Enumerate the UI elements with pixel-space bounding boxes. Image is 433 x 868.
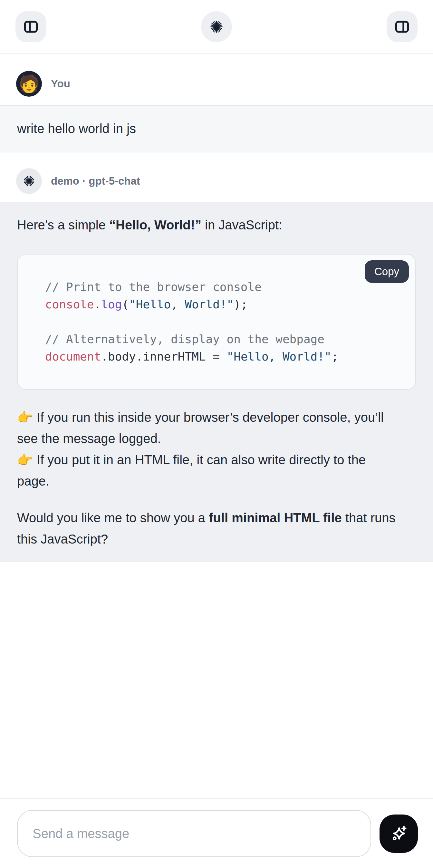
chat-scroll-area: 🧑 You write hello world in js demo · gpt…: [0, 54, 433, 562]
code-line: // Alternatively, display on the webpage: [45, 331, 409, 348]
sparkle-icon: [389, 823, 409, 844]
tip-line: 👉 If you run this inside your browser’s …: [17, 407, 416, 428]
user-sender-name: You: [51, 78, 70, 90]
code-line-blank: [45, 313, 409, 331]
code-line: console.log("Hello, World!");: [45, 296, 409, 313]
tip-line: page.: [17, 470, 416, 492]
assistant-paragraph-intro: Here’s a simple “Hello, World!” in JavaS…: [17, 214, 416, 236]
code-line: // Print to the browser console: [45, 278, 409, 296]
user-message-text: write hello world in js: [17, 121, 136, 136]
composer-bar: [0, 798, 433, 868]
toggle-left-panel-button[interactable]: [16, 11, 47, 42]
send-button[interactable]: [379, 814, 418, 853]
panel-right-icon: [394, 19, 410, 35]
starburst-icon: [209, 19, 224, 34]
assistant-paragraph-tips: 👉 If you run this inside your browser’s …: [17, 407, 416, 492]
code-block: Copy // Print to the browser console con…: [17, 254, 416, 390]
assistant-avatar: [16, 168, 42, 194]
user-message-header: 🧑 You: [0, 54, 433, 105]
toggle-right-panel-button[interactable]: [386, 11, 417, 42]
user-avatar-emoji: 🧑: [19, 75, 40, 92]
top-bar: [0, 0, 433, 54]
copy-code-button[interactable]: Copy: [365, 260, 409, 283]
assistant-message-header: demo · gpt-5-chat: [0, 152, 433, 202]
tip-line: see the message logged.: [17, 428, 416, 449]
code-line: document.body.innerHTML = "Hello, World!…: [45, 348, 409, 365]
user-avatar: 🧑: [16, 71, 42, 97]
assistant-paragraph-question: Would you like me to show you a full min…: [17, 507, 416, 550]
tip-line: 👉 If you put it in an HTML file, it can …: [17, 449, 416, 470]
assistant-message-bubble: Here’s a simple “Hello, World!” in JavaS…: [0, 202, 433, 562]
panel-left-icon: [23, 19, 39, 35]
starburst-icon: [22, 174, 36, 188]
message-input[interactable]: [17, 810, 371, 857]
assistant-sender-name: demo · gpt-5-chat: [51, 175, 140, 187]
user-message-bubble: write hello world in js: [0, 105, 433, 152]
app-logo-button[interactable]: [201, 11, 232, 42]
